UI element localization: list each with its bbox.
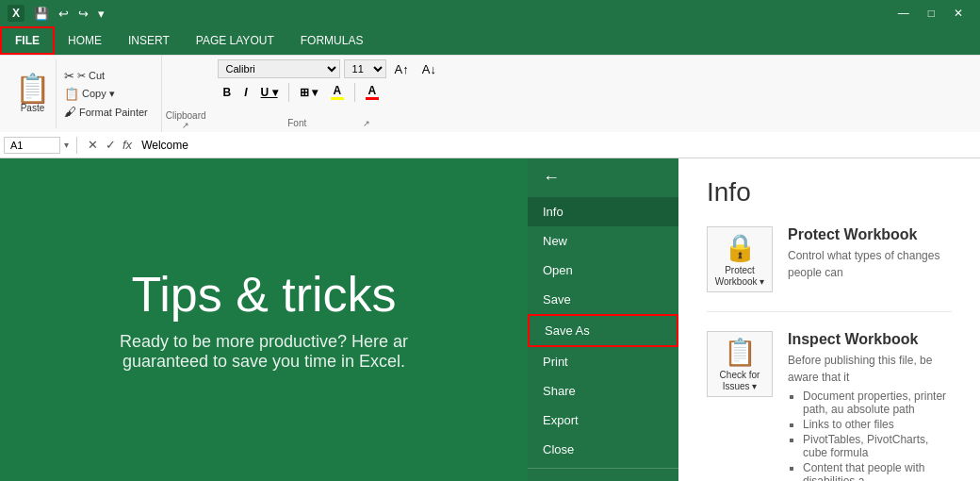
file-panel: ← Info New Open Save Save As Print Share… [528, 158, 980, 481]
inspect-workbook-section: 📋 Check forIssues ▾ Inspect Workbook Bef… [707, 331, 952, 481]
back-button[interactable]: ← [528, 158, 678, 197]
cancel-formula-btn[interactable]: ✕ [85, 137, 101, 153]
back-icon: ← [543, 168, 560, 188]
tab-home[interactable]: HOME [55, 26, 115, 55]
clipboard-group-label-area: Clipboard ↗ [162, 56, 210, 132]
redo-btn[interactable]: ↪ [74, 5, 92, 23]
inspect-workbook-text: Inspect Workbook Before publishing this … [788, 331, 952, 481]
fill-color-btn[interactable]: A [325, 81, 350, 103]
excel-logo: X [8, 5, 24, 22]
nav-bottom: Account Options [528, 464, 678, 481]
font-color-icon: A [368, 84, 377, 97]
format-painter-icon: 🖌 [64, 105, 76, 119]
nav-item-open[interactable]: Open [528, 256, 678, 285]
protect-workbook-desc: Control what types of changes people can [788, 247, 952, 281]
check-issues-icon-label: Check forIssues ▾ [720, 370, 760, 392]
list-item-1: Document properties, printer path, au ab… [803, 390, 952, 416]
title-bar: X 💾 ↩ ↪ ▾ — □ ✕ [0, 0, 980, 26]
font-group-label: Font [287, 118, 306, 128]
nav-item-save[interactable]: Save [528, 285, 678, 314]
paste-icon: 📋 [15, 75, 50, 103]
cell-ref-dropdown[interactable]: ▾ [64, 140, 69, 150]
customize-quick-btn[interactable]: ▾ [94, 5, 108, 23]
clipboard-group: 📋 Paste ✂ ✂ Cut 📋 Copy ▾ 🖌 Format Painte… [4, 56, 162, 132]
minimize-btn[interactable]: — [889, 3, 919, 24]
list-item-2: Links to other files [803, 418, 952, 431]
inspect-workbook-list: Document properties, printer path, au ab… [788, 390, 952, 481]
font-row2: B I U ▾ ⊞ ▾ A A [218, 81, 441, 103]
font-name-select[interactable]: Calibri [218, 59, 340, 78]
increase-font-btn[interactable]: A↑ [390, 60, 414, 78]
formula-separator [76, 137, 77, 154]
font-color-btn[interactable]: A [360, 81, 384, 103]
maximize-btn[interactable]: □ [919, 3, 944, 24]
confirm-formula-btn[interactable]: ✓ [103, 137, 119, 153]
font-group: Calibri 11 A↑ A↓ B I U ▾ ⊞ ▾ A A [210, 56, 449, 132]
underline-btn[interactable]: U ▾ [255, 83, 284, 102]
protect-workbook-title: Protect Workbook [788, 226, 952, 243]
format-painter-button[interactable]: 🖌 Format Painter [62, 104, 150, 120]
inspect-workbook-desc: Before publishing this file, be aware th… [788, 352, 952, 386]
window-controls: — □ ✕ [889, 3, 972, 24]
copy-button[interactable]: 📋 Copy ▾ [62, 86, 150, 102]
tab-file[interactable]: FILE [0, 26, 55, 55]
separator-2 [354, 83, 355, 102]
nav-item-export[interactable]: Export [528, 406, 678, 435]
protect-workbook-button[interactable]: 🔒 ProtectWorkbook ▾ [707, 226, 773, 292]
fill-color-indicator [331, 97, 344, 100]
nav-divider [528, 468, 678, 469]
tab-page-layout[interactable]: PAGE LAYOUT [183, 26, 287, 55]
formula-buttons: ✕ ✓ [85, 137, 119, 153]
close-btn[interactable]: ✕ [944, 3, 972, 24]
font-size-select[interactable]: 11 [344, 59, 386, 78]
nav-item-print[interactable]: Print [528, 347, 678, 376]
nav-item-close[interactable]: Close [528, 435, 678, 464]
border-btn[interactable]: ⊞ ▾ [294, 83, 323, 102]
paste-button[interactable]: 📋 Paste [9, 59, 57, 128]
italic-btn[interactable]: I [238, 83, 253, 102]
highlight-icon: A [334, 84, 342, 97]
sheet-title: Tips & tricks [131, 268, 396, 322]
nav-item-new[interactable]: New [528, 226, 678, 256]
spreadsheet-preview: Tips & tricks Ready to be more productiv… [0, 158, 528, 481]
formula-input[interactable] [139, 137, 976, 154]
clipboard-expand-icon[interactable]: ↗ [182, 121, 189, 130]
paste-label: Paste [21, 103, 45, 113]
tab-formulas[interactable]: FORMULAS [287, 26, 377, 55]
decrease-font-btn[interactable]: A↓ [417, 60, 441, 78]
formula-bar: ▾ ✕ ✓ fx [0, 132, 980, 158]
info-title: Info [707, 177, 952, 207]
cut-button[interactable]: ✂ ✂ Cut [62, 68, 150, 84]
copy-icon: 📋 [64, 87, 79, 101]
font-group-footer: Font ↗ [218, 118, 441, 128]
list-item-3: PivotTables, PivotCharts, cube formula [803, 433, 952, 459]
inspect-workbook-title: Inspect Workbook [788, 331, 952, 348]
tab-insert[interactable]: INSERT [115, 26, 183, 55]
lock-icon: 🔒 [724, 232, 757, 263]
info-content-area: Info 🔒 ProtectWorkbook ▾ Protect Workboo… [678, 158, 980, 481]
bold-btn[interactable]: B [218, 83, 237, 102]
font-row1: Calibri 11 A↑ A↓ [218, 59, 441, 78]
font-expand-icon[interactable]: ↗ [363, 119, 370, 128]
clipboard-sub-group: ✂ ✂ Cut 📋 Copy ▾ 🖌 Format Painter [57, 59, 155, 128]
cell-reference-box[interactable] [4, 137, 60, 154]
list-item-4: Content that people with disabilities a [803, 461, 952, 481]
cut-icon: ✂ [64, 69, 74, 83]
file-nav: ← Info New Open Save Save As Print Share… [528, 158, 678, 481]
nav-item-save-as[interactable]: Save As [528, 314, 678, 347]
nav-item-share[interactable]: Share [528, 376, 678, 406]
protect-workbook-section: 🔒 ProtectWorkbook ▾ Protect Workbook Con… [707, 226, 952, 312]
font-color-indicator [366, 97, 379, 100]
sheet-subtitle-line2: guaranteed to save you time in Excel. [122, 352, 405, 372]
nav-item-info[interactable]: Info [528, 197, 678, 226]
fx-label: fx [122, 138, 132, 152]
inspect-icon: 📋 [724, 337, 757, 368]
check-issues-button[interactable]: 📋 Check forIssues ▾ [707, 331, 773, 397]
save-quick-btn[interactable]: 💾 [30, 5, 53, 23]
ribbon-toolbar: 📋 Paste ✂ ✂ Cut 📋 Copy ▾ 🖌 Format Painte… [0, 55, 980, 132]
sheet-subtitle-line1: Ready to be more productive? Here ar [120, 332, 408, 352]
undo-btn[interactable]: ↩ [55, 5, 73, 23]
protect-workbook-text: Protect Workbook Control what types of c… [788, 226, 952, 281]
separator-1 [288, 83, 289, 102]
nav-item-account[interactable]: Account [528, 473, 678, 481]
